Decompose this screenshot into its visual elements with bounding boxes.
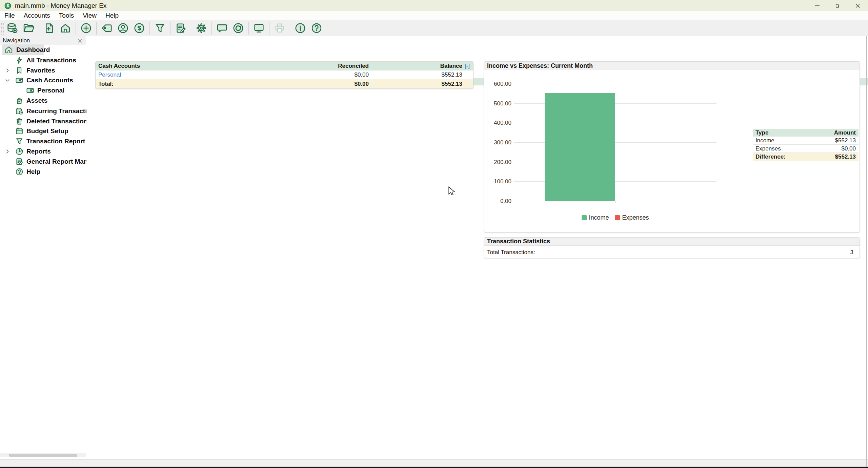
nav-item-all-transactions[interactable]: All Transactions <box>15 55 76 65</box>
collapse-panel-link[interactable]: [-] <box>465 63 470 69</box>
toolbar-general-report-manager-button[interactable] <box>173 21 189 36</box>
toolbar-check-updates-button[interactable] <box>230 21 246 36</box>
minimize-button[interactable] <box>807 0 827 11</box>
income-swatch-icon <box>582 215 587 220</box>
income-row: Income $552.13 <box>753 137 859 145</box>
app-logo-icon: $ <box>4 2 12 9</box>
nav-item-dashboard[interactable]: Dashboard <box>4 45 50 55</box>
nav-item-label: Dashboard <box>16 46 50 54</box>
status-bar <box>0 459 868 467</box>
toolbar-transaction-report-button[interactable] <box>152 21 168 36</box>
toolbar-open-database-button[interactable] <box>20 21 37 36</box>
personal-balance-value: $552.13 <box>369 72 462 78</box>
nav-item-deleted-transactions[interactable]: Deleted Transactions <box>15 116 91 126</box>
nav-item-assets[interactable]: Assets <box>15 96 47 106</box>
transaction-statistics-panel: Transaction Statistics Total Transaction… <box>484 237 860 258</box>
chevron-right-icon[interactable] <box>4 148 11 155</box>
toolbar: $ <box>0 20 868 36</box>
menu-item-accounts[interactable]: Accounts <box>19 12 55 19</box>
navigation-panel: Navigation DashboardAll TransactionsFavo… <box>0 36 86 459</box>
cash-accounts-total-row: Total: $0.00 $552.13 <box>96 79 473 89</box>
nav-item-budget-setup[interactable]: Budget Setup <box>15 126 68 136</box>
toolbar-new-account-button[interactable] <box>41 21 57 36</box>
toolbar-separator <box>191 22 191 35</box>
menu-item-tools[interactable]: Tools <box>55 12 78 19</box>
total-transactions-row: Total Transactions: 3 <box>484 249 860 256</box>
calendar-icon <box>15 127 24 136</box>
toolbar-print-button <box>271 21 288 36</box>
navigation-panel-header: Navigation <box>0 36 86 45</box>
chevron-right-icon[interactable] <box>4 67 11 74</box>
title-bar: $ main.mmb - Money Manager Ex <box>0 0 868 11</box>
toolbar-organize-payees-button[interactable] <box>115 21 131 36</box>
type-column-header: Type <box>755 129 834 136</box>
menu-item-view[interactable]: View <box>78 12 101 19</box>
toolbar-news-button[interactable] <box>214 21 230 36</box>
nav-horizontal-scrollbar-thumb[interactable] <box>9 454 77 456</box>
menu-bar: FileAccountsToolsViewHelp <box>0 11 868 20</box>
toolbar-separator <box>269 22 269 35</box>
menu-item-help[interactable]: Help <box>101 12 123 19</box>
mouse-cursor <box>448 186 456 197</box>
window-title: main.mmb - Money Manager Ex <box>15 2 106 9</box>
chart-legend: Income Expenses <box>514 214 716 221</box>
income-vs-expenses-panel: Income vs Expenses: Current Month 0.0010… <box>484 61 860 232</box>
toolbar-organize-categories-button[interactable] <box>99 21 115 36</box>
y-axis-label: 200.00 <box>488 159 511 166</box>
toolbar-grip[interactable] <box>1 22 4 35</box>
toolbar-separator <box>248 22 249 35</box>
nav-item-recurring-transactions[interactable]: Recurring Transactions <box>15 106 98 116</box>
nav-item-label: Reports <box>26 148 51 155</box>
toolbar-new-database-button[interactable] <box>4 21 20 36</box>
nav-item-transaction-report[interactable]: Transaction Report <box>15 136 85 146</box>
home-icon <box>4 45 14 55</box>
user-circle-icon <box>117 22 129 34</box>
dashboard-main-area: Total Net WorthReconciled: $0.00Assets: … <box>86 36 868 459</box>
y-axis-label: 400.00 <box>488 120 511 126</box>
gear-icon <box>195 22 207 34</box>
toolbar-organize-currencies-button[interactable]: $ <box>131 21 147 36</box>
toolbar-dashboard-home-button[interactable] <box>57 21 74 36</box>
toolbar-fullscreen-button[interactable] <box>251 21 267 36</box>
expenses-amount: $0.00 <box>841 145 856 152</box>
nav-horizontal-scrollbar[interactable] <box>0 453 86 457</box>
folder-open-icon <box>22 22 35 34</box>
window-bottom-edge <box>0 467 868 468</box>
nav-item-label: Transaction Report <box>26 138 85 145</box>
account-personal-link[interactable]: Personal <box>96 72 287 78</box>
nav-item-label: Cash Accounts <box>26 77 73 84</box>
calendar-clock-icon <box>15 107 24 116</box>
svg-text:$: $ <box>138 24 141 32</box>
nav-item-label: Budget Setup <box>26 127 68 135</box>
chevron-down-icon[interactable] <box>4 77 11 84</box>
y-axis-label: 500.00 <box>488 100 511 107</box>
toolbar-about-button[interactable] <box>292 21 308 36</box>
toolbar-help-button[interactable] <box>308 21 325 36</box>
wallet-icon <box>26 86 35 95</box>
restore-button[interactable] <box>827 0 848 11</box>
database-add-icon <box>6 22 18 34</box>
nav-item-label: Help <box>26 168 40 176</box>
toolbar-new-transaction-button[interactable] <box>78 21 94 36</box>
nav-item-favorites[interactable]: Favorites <box>15 65 55 76</box>
y-axis-label: 600.00 <box>488 81 511 87</box>
lightning-icon <box>15 56 24 65</box>
nav-item-help[interactable]: Help <box>15 167 40 177</box>
close-button[interactable] <box>848 0 868 11</box>
speech-bubble-icon <box>216 22 228 34</box>
difference-row: Difference: $552.13 <box>753 153 859 161</box>
nav-item-cash-accounts[interactable]: Cash Accounts <box>15 75 73 85</box>
navigation-close-icon[interactable] <box>77 38 83 44</box>
type-amount-table: Type Amount Income $552.13 Expenses $0.0… <box>753 129 859 161</box>
printer-icon <box>274 22 286 34</box>
menu-item-file[interactable]: File <box>0 12 19 19</box>
question-circle-icon <box>310 22 323 34</box>
reconciled-column-header: Reconciled <box>287 63 369 69</box>
total-label: Total: <box>96 81 287 87</box>
expenses-swatch-icon <box>615 215 620 220</box>
toolbar-options-button[interactable] <box>193 21 209 36</box>
toolbar-separator <box>39 22 39 35</box>
nav-item-reports[interactable]: Reports <box>15 146 51 157</box>
cash-accounts-panel: Cash Accounts Reconciled Balance [-] Per… <box>95 61 473 89</box>
nav-item-personal[interactable]: Personal <box>26 85 64 96</box>
